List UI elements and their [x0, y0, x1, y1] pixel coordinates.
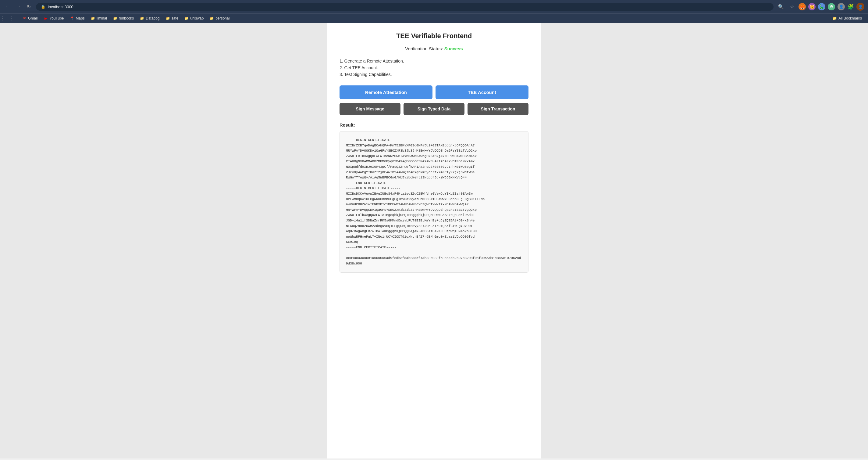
safe-favicon: 📁: [166, 16, 170, 21]
bookmark-maps[interactable]: 📍 Maps: [68, 15, 87, 21]
bookmark-youtube[interactable]: ▶ YouTube: [41, 15, 66, 21]
bookmark-safe-label: safe: [172, 16, 179, 21]
all-bookmarks-button[interactable]: 📁 All Bookmarks: [830, 15, 864, 21]
refresh-button[interactable]: ↻: [24, 2, 33, 11]
bookmark-youtube-label: YouTube: [50, 16, 64, 21]
sign-transaction-button[interactable]: Sign Transaction: [467, 103, 528, 115]
personal-favicon: 📁: [210, 16, 214, 21]
sign-message-button[interactable]: Sign Message: [340, 103, 401, 115]
bookmarks-bar: ⋮⋮⋮ ✉ Gmail ▶ YouTube 📍 Maps 📁 liminal 📁…: [0, 13, 868, 23]
step-1: 1. Generate a Remote Attestation.: [340, 59, 528, 63]
bookmark-liminal-label: liminal: [97, 16, 107, 21]
nav-buttons: ← → ↻: [4, 2, 33, 11]
gmail-favicon: ✉: [22, 16, 27, 21]
maps-favicon: 📍: [70, 16, 74, 21]
tee-account-button[interactable]: TEE Account: [436, 85, 528, 99]
bookmark-uniswap-label: uniswap: [190, 16, 204, 21]
bookmark-personal[interactable]: 📁 personal: [207, 15, 232, 21]
bookmark-datadog[interactable]: 📁 Datadog: [137, 15, 162, 21]
page-content: TEE Verifiable Frontend Verification Sta…: [327, 23, 541, 458]
status-value: Success: [444, 46, 463, 51]
verification-status-line: Verification Status: Success: [340, 46, 528, 51]
runbooks-favicon: 📁: [113, 16, 117, 21]
bookmark-star-btn[interactable]: ☆: [787, 2, 796, 11]
sign-typed-data-button[interactable]: Sign Typed Data: [404, 103, 464, 115]
url-text: localhost:3000: [48, 5, 73, 9]
bookmark-liminal[interactable]: 📁 liminal: [88, 15, 110, 21]
bookmark-gmail[interactable]: ✉ Gmail: [20, 15, 40, 21]
browser-toolbar: ← → ↻ 🔒 localhost:3000 🔍 ☆ 🦊 🐱 🦕 ⚙ 👤 🧩 👤: [0, 0, 868, 13]
verification-label: Verification Status:: [405, 46, 443, 51]
bookmarks-divider: [16, 16, 16, 21]
bookmark-uniswap[interactable]: 📁 uniswap: [182, 15, 206, 21]
extensions-puzzle-icon[interactable]: 🧩: [847, 3, 854, 10]
bookmark-gmail-label: Gmail: [28, 16, 37, 21]
bookmark-maps-label: Maps: [76, 16, 85, 21]
step-3: 3. Test Signing Capabilities.: [340, 72, 528, 77]
page-background: TEE Verifiable Frontend Verification Sta…: [0, 23, 868, 458]
result-label: Result:: [340, 122, 528, 127]
bookmark-runbooks[interactable]: 📁 runbooks: [111, 15, 136, 21]
liminal-favicon: 📁: [91, 16, 95, 21]
remote-attestation-button[interactable]: Remote Attestation: [340, 85, 432, 99]
profile-avatar[interactable]: 👤: [857, 3, 864, 11]
ext-cat-icon[interactable]: 🐱: [808, 3, 815, 10]
page-title: TEE Verifiable Frontend: [340, 32, 528, 40]
search-icon-btn[interactable]: 🔍: [777, 2, 785, 11]
ext-dino-icon[interactable]: 🦕: [818, 3, 825, 10]
bookmarks-folder-icon: 📁: [832, 16, 837, 21]
all-bookmarks-label: All Bookmarks: [838, 16, 862, 21]
browser-chrome: ← → ↻ 🔒 localhost:3000 🔍 ☆ 🦊 🐱 🦕 ⚙ 👤 🧩 👤…: [0, 0, 868, 23]
steps-list: 1. Generate a Remote Attestation. 2. Get…: [340, 59, 528, 77]
step-2: 2. Get TEE Account.: [340, 65, 528, 70]
bookmark-datadog-label: Datadog: [146, 16, 159, 21]
secondary-buttons-row: Sign Message Sign Typed Data Sign Transa…: [340, 103, 528, 115]
ext-4-icon[interactable]: ⚙: [828, 3, 835, 10]
lock-icon: 🔒: [41, 5, 45, 9]
ext-metamask-icon[interactable]: 🦊: [799, 3, 806, 10]
datadog-favicon: 📁: [140, 16, 144, 21]
address-bar[interactable]: 🔒 localhost:3000: [36, 3, 774, 11]
bookmark-personal-label: personal: [215, 16, 229, 21]
result-section: Result: -----BEGIN CERTIFICATE----- MIIB…: [340, 122, 528, 273]
back-button[interactable]: ←: [4, 2, 12, 11]
toolbar-icons: 🔍 ☆ 🦊 🐱 🦕 ⚙ 👤 🧩 👤: [777, 2, 864, 11]
forward-button[interactable]: →: [14, 2, 23, 11]
result-box: -----BEGIN CERTIFICATE----- MIIBrZCB7qAD…: [340, 131, 528, 273]
uniswap-favicon: 📁: [184, 16, 189, 21]
bookmark-runbooks-label: runbooks: [119, 16, 134, 21]
ext-5-icon[interactable]: 👤: [838, 3, 845, 10]
primary-buttons-row: Remote Attestation TEE Account: [340, 85, 528, 99]
apps-grid-button[interactable]: ⋮⋮⋮: [4, 15, 10, 22]
youtube-favicon: ▶: [43, 16, 48, 21]
bookmark-safe[interactable]: 📁 safe: [163, 15, 181, 21]
